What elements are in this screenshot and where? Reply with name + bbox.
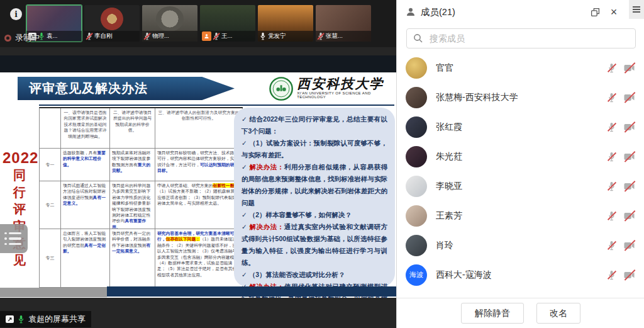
annotation-tool-button[interactable] xyxy=(0,224,28,253)
panel-header: 成员(21) × xyxy=(397,0,630,24)
meeting-info-button[interactable]: i xyxy=(10,8,22,20)
search-input[interactable] xyxy=(428,33,629,44)
review-cell: 项目提出的科学问题为多因素交互影响下岩体力学性质的演化规律和多特征参量影响下裂隙… xyxy=(110,181,155,229)
member-row[interactable]: 海波 西科大-寇海波 xyxy=(397,260,644,290)
summary-bubble: ✓ 结合2022年三位同行评审意见，总结主要有以下3个问题： ✓ （1）试验方案… xyxy=(234,108,395,287)
bubble-line: ✓ 解决办法：利用分形自相似规律，从容易获得的局部信息来预测整体信息，找到标准岩… xyxy=(242,161,387,209)
avatar xyxy=(406,87,427,108)
slide-title-banner: 评审意见及解决办法 xyxy=(18,77,235,100)
member-camera-off-button[interactable] xyxy=(624,271,635,279)
tile-namebar: 张慧... xyxy=(316,31,371,42)
member-mic-muted-button[interactable] xyxy=(608,270,616,280)
tile-name-label: 王... xyxy=(221,32,232,40)
member-name: 张红霞 xyxy=(436,122,599,133)
member-mic-muted-button[interactable] xyxy=(608,93,616,103)
mic-muted-icon xyxy=(318,32,324,40)
popout-button[interactable] xyxy=(588,5,602,19)
video-tile-liziggang[interactable]: 李自刚 xyxy=(84,5,140,42)
member-row[interactable]: 张红霞 xyxy=(397,112,644,142)
member-mic-muted-button[interactable] xyxy=(608,63,616,73)
member-name: 张慧梅-西安科技大学 xyxy=(436,92,599,103)
search-icon xyxy=(413,33,423,43)
member-mic-muted-button[interactable] xyxy=(608,240,616,251)
member-row[interactable]: 张慧梅-西安科技大学 xyxy=(397,82,644,112)
tile-name-label: 张慧... xyxy=(326,32,343,40)
member-name: 李晓亚 xyxy=(436,181,599,192)
rename-button[interactable]: 改名 xyxy=(536,303,580,324)
member-camera-off-button[interactable] xyxy=(624,94,635,101)
table-corner-cell xyxy=(40,108,61,149)
video-tile-dangfaning[interactable]: 党发宁 xyxy=(258,5,313,42)
table-header-cell: 二、请评述申请项目所提出的科学问题与预期成果的科学价值。 xyxy=(110,108,155,149)
video-tile-zhanghui[interactable]: 张慧... xyxy=(316,5,371,42)
panel-title: 成员(21) xyxy=(421,6,455,18)
member-row[interactable]: 李晓亚 xyxy=(397,171,644,201)
avatar xyxy=(406,116,427,138)
tile-namebar: 李自刚 xyxy=(84,31,140,42)
mic-muted-icon xyxy=(86,32,92,40)
corner-menu-button[interactable] xyxy=(629,0,644,19)
avatar xyxy=(406,235,427,256)
table-header-cell: 一、该申请项目是否面向国家需求并试图解决技术瓶颈背后的基础问题？请结合应用需求详… xyxy=(61,108,110,149)
tile-name-label: 党发宁 xyxy=(268,32,286,40)
review-cell: 选题较新颖，具有重要的科学意义和工程价值。 xyxy=(61,149,110,181)
member-row[interactable]: 王素芳 xyxy=(397,201,644,230)
member-name: 西科大-寇海波 xyxy=(436,269,599,281)
unmute-button[interactable]: 解除静音 xyxy=(461,303,524,324)
close-panel-button[interactable]: × xyxy=(607,5,621,19)
shared-slide: 评审意见及解决办法 西安科技大学 XI'AN UNIVERSITY OF SCI… xyxy=(0,72,396,298)
member-camera-off-button[interactable] xyxy=(624,212,635,220)
university-name: 西安科技大学 xyxy=(297,76,396,91)
slide-top-band xyxy=(0,55,396,72)
video-tiles: 袁... 李自刚 xyxy=(26,5,371,42)
bubble-line: ✓ （1）试验方案设计：预制裂隙认可度够不够，与实际有差距。 xyxy=(242,137,387,161)
avatar xyxy=(406,176,427,197)
member-mic-muted-button[interactable] xyxy=(608,122,616,132)
video-tile-wang[interactable]: 王... xyxy=(200,5,255,42)
member-name: 肖玲 xyxy=(436,240,599,251)
member-row[interactable]: 肖玲 xyxy=(397,230,644,260)
review-cell: 项目研究具有一定的科学价值，对冻融条件下岩体强度预测有一定拓展意义。 xyxy=(110,229,155,288)
share-status-pill: 袁超的屏幕共享 xyxy=(0,311,91,327)
video-tile-wuli[interactable]: 物理... xyxy=(142,5,197,42)
recording-indicator: 录制中 xyxy=(4,32,40,43)
slide-divider xyxy=(39,105,394,106)
members-icon xyxy=(406,7,416,17)
mic-on-icon xyxy=(18,315,25,324)
bubble-line: ✓ （3）算法能否改进或对比分析？ xyxy=(242,269,387,281)
side-label-year: 2022 xyxy=(3,149,38,166)
reviewer-label: 专一 xyxy=(40,149,61,181)
host-badge-icon xyxy=(202,31,211,41)
member-camera-off-button[interactable] xyxy=(624,153,635,161)
review-cell: 研究内容基本合理，研究方案基本清晰可行，但存在以下问题：（1）题目未体现冻融条件… xyxy=(155,229,243,288)
member-camera-off-button[interactable] xyxy=(624,183,635,190)
review-cell: 预期成果将对冻融环境下裂隙岩体强度参数预测方面有重大的贡献。 xyxy=(110,149,155,181)
review-cell: 总体而言，将人工智能引入裂隙岩体强度预测的研究思想具有一定创新。 xyxy=(61,229,110,288)
video-filmstrip: i 袁... xyxy=(0,0,396,47)
member-row[interactable]: 朱光荭 xyxy=(397,142,644,171)
main-area: i 袁... xyxy=(0,0,396,328)
member-camera-off-button[interactable] xyxy=(624,123,635,131)
member-mic-muted-button[interactable] xyxy=(608,181,616,191)
avatar xyxy=(406,205,427,227)
member-row[interactable]: 官官 xyxy=(397,53,644,82)
mic-muted-icon xyxy=(213,32,219,40)
table-header-cell: 三、请评述申请人的创新潜力及研究方案的创新性和可行性。 xyxy=(155,108,243,149)
meeting-window: i 袁... xyxy=(0,0,644,328)
member-camera-off-button[interactable] xyxy=(624,242,635,249)
slide-bottom-bar xyxy=(107,286,396,297)
screen-share-icon xyxy=(6,315,14,323)
reviewer-label: 专二 xyxy=(40,181,61,229)
member-mic-muted-button[interactable] xyxy=(608,211,616,221)
university-logo-icon xyxy=(269,76,293,101)
member-name: 朱光荭 xyxy=(436,151,599,162)
member-mic-muted-button[interactable] xyxy=(608,152,616,162)
review-table: 一、该申请项目是否面向国家需求并试图解决技术瓶颈背后的基础问题？请结合应用需求详… xyxy=(39,107,243,288)
tile-namebar: 物理... xyxy=(142,31,197,42)
record-dot-icon xyxy=(4,35,11,42)
university-logo: 西安科技大学 XI'AN UNIVERSITY OF SCIENCE AND T… xyxy=(269,76,396,101)
tile-name-label: 袁... xyxy=(47,32,57,40)
member-name: 官官 xyxy=(436,62,599,74)
member-camera-off-button[interactable] xyxy=(624,64,635,72)
slide-bottom-bar-gray xyxy=(0,288,107,297)
